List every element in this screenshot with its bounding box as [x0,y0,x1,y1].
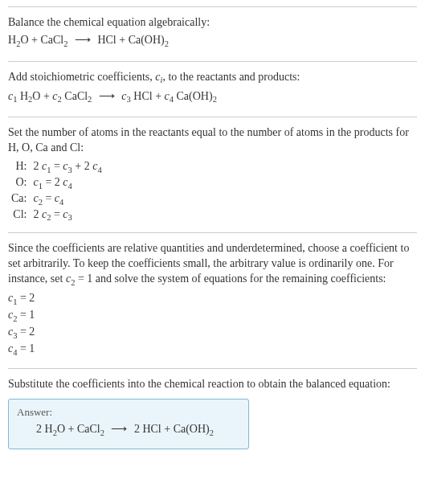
solve-intro: Since the coefficients are relative quan… [8,241,417,289]
var-sub: 1 [13,95,17,104]
atom-equation: 2 c2 = c3 [30,207,104,223]
atom-label: H: [8,159,30,175]
atom-equation: 2 c1 = c3 + 2 c4 [30,159,104,175]
text: = 1 [17,342,35,354]
eq-sub: 2 [53,428,57,437]
var-c: c [165,90,170,102]
atom-equation: c1 = 2 c4 [30,175,104,191]
eq-sub: 2 [100,428,104,437]
section-problem: Balance the chemical equation algebraica… [8,6,417,61]
var-c: c [63,208,67,220]
problem-intro: Balance the chemical equation algebraica… [8,15,417,31]
eq-text: 2 H [36,423,53,435]
text: = [43,192,55,204]
var-c: c [63,160,67,172]
eq-sub: 2 [28,95,32,104]
var-c: c [63,176,67,188]
eq-text: H [17,90,28,102]
var-sub: 1 [13,297,17,306]
unbalanced-equation: H2O + CaCl2 ⟶ HCl + Ca(OH)2 [8,33,417,48]
eq-text: H [8,34,16,46]
var-c: c [121,90,126,102]
var-sub: 3 [68,166,72,174]
list-item: c1 = 2 [8,291,417,308]
var-sub: 3 [13,331,17,340]
text: Add stoichiometric coefficients, [8,71,155,83]
var-sub: 4 [97,166,101,174]
table-row: O: c1 = 2 c4 [8,175,105,191]
arrow-icon: ⟶ [111,423,127,435]
section-answer: Substitute the coefficients into the che… [8,368,417,459]
text: = 2 [43,176,63,188]
eq-text: O + [32,90,52,102]
table-row: Cl: 2 c2 = c3 [8,207,105,223]
var-sub: 2 [58,95,62,104]
text: = [51,208,63,220]
text: 2 [33,160,42,172]
text: , to the reactants and products: [162,71,300,83]
table-row: H: 2 c1 = c3 + 2 c4 [8,159,105,175]
answer-intro: Substitute the coefficients into the che… [8,377,417,392]
list-item: c2 = 1 [8,308,417,325]
var-sub: 4 [59,198,63,207]
var-sub: i [160,76,162,84]
stoich-intro: Add stoichiometric coefficients, ci, to … [8,70,417,87]
arrow-icon: ⟶ [75,34,91,46]
answer-box: Answer: 2 H2O + CaCl2 ⟶ 2 HCl + Ca(OH)2 [8,399,249,449]
var-c: c [33,192,38,204]
eq-text: HCl + [131,90,165,102]
var-sub: 4 [170,95,174,104]
text: = [51,160,63,172]
text: = 1 [17,309,35,321]
section-atoms: Set the number of atoms in the reactants… [8,117,417,232]
eq-text: O + CaCl [57,423,100,435]
eq-sub: 2 [63,39,67,48]
var-c: c [33,176,38,188]
atoms-intro: Set the number of atoms in the reactants… [8,125,417,156]
answer-label: Answer: [17,406,240,419]
arrow-icon: ⟶ [99,90,115,102]
atom-label: O: [8,175,30,191]
var-sub: 4 [13,348,17,357]
list-item: c4 = 1 [8,342,417,359]
var-sub: 1 [39,182,43,191]
eq-sub: 2 [210,428,214,437]
text: + 2 [72,160,92,172]
eq-sub: 2 [16,39,20,48]
text: = 2 [17,292,35,304]
var-sub: 3 [127,95,131,104]
atom-equations-table: H: 2 c1 = c3 + 2 c4 O: c1 = 2 c4 Ca: c2 … [8,159,105,223]
balanced-equation: 2 H2O + CaCl2 ⟶ 2 HCl + Ca(OH)2 [17,422,240,437]
section-stoichiometric: Add stoichiometric coefficients, ci, to … [8,61,417,117]
coefficient-list: c1 = 2 c2 = 1 c3 = 2 c4 = 1 [8,291,417,359]
eq-text: 2 HCl + Ca(OH) [134,423,210,435]
atom-equation: c2 = c4 [30,191,104,207]
var-sub: 2 [47,213,51,222]
table-row: Ca: c2 = c4 [8,191,105,207]
section-solve: Since the coefficients are relative quan… [8,232,417,368]
var-sub: 3 [68,213,72,222]
var-sub: 2 [71,278,75,287]
var-c: c [52,90,57,102]
list-item: c3 = 2 [8,325,417,342]
var-sub: 2 [39,198,43,207]
var-sub: 4 [68,182,72,191]
var-sub: 1 [47,166,51,174]
text: = 2 [17,326,35,338]
stoich-equation: c1 H2O + c2 CaCl2 ⟶ c3 HCl + c4 Ca(OH)2 [8,89,417,104]
atom-label: Cl: [8,207,30,223]
text: 2 [33,208,42,220]
eq-sub: 2 [165,39,169,48]
atom-label: Ca: [8,191,30,207]
eq-text: CaCl [62,90,88,102]
text: = 1 and solve the system of equations fo… [75,272,386,285]
eq-sub: 2 [213,95,217,104]
eq-text: Ca(OH) [174,90,213,102]
var-sub: 2 [13,314,17,323]
eq-sub: 2 [88,95,92,104]
eq-text: HCl + Ca(OH) [97,34,164,46]
eq-text: O + CaCl [20,34,63,46]
